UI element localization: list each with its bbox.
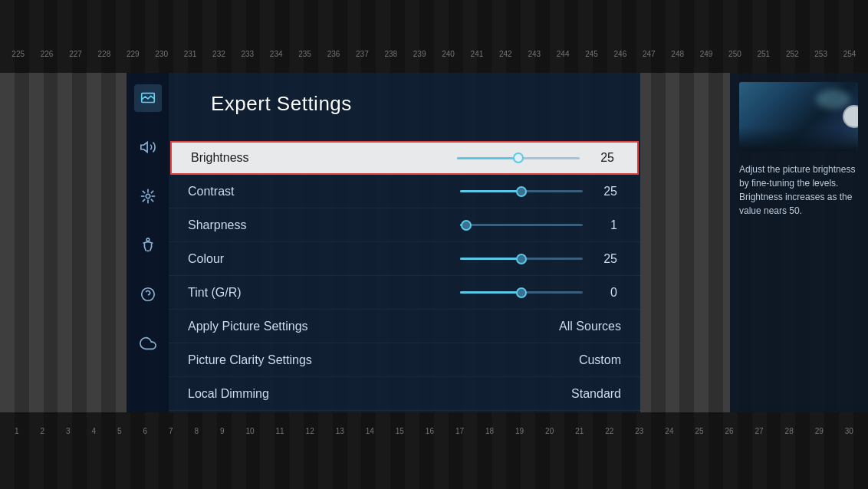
svg-point-12: [141, 288, 154, 301]
svg-marker-1: [140, 143, 146, 153]
black-bar-top: [0, 0, 868, 73]
setting-row[interactable]: Tint (G/R)0: [169, 276, 640, 310]
sidebar-icon-accessibility[interactable]: [134, 231, 162, 259]
ruler-top-num: 225: [12, 50, 25, 58]
ruler-top-num: 245: [585, 50, 598, 58]
ruler-bottom-num: 16: [426, 427, 434, 435]
ruler-bottom-num: 5: [117, 427, 122, 435]
setting-row[interactable]: Apply Picture SettingsAll Sources: [169, 310, 640, 343]
ruler-bottom-num: 27: [755, 427, 764, 435]
setting-label: Colour: [188, 252, 311, 266]
ruler-top-num: 241: [471, 50, 484, 58]
menu-panel: Expert Settings Brightness25Contrast25Sh…: [169, 73, 640, 412]
ruler-top-num: 250: [728, 50, 741, 58]
slider-area: 25: [314, 151, 618, 165]
slider-track[interactable]: [460, 224, 583, 226]
slider-track[interactable]: [460, 190, 583, 192]
setting-row[interactable]: Sharpness1: [169, 208, 640, 242]
slider-filled: [460, 258, 521, 260]
setting-value-text: Standard: [571, 387, 621, 401]
slider-track[interactable]: [460, 291, 583, 294]
slider-area: 25: [311, 252, 621, 266]
ruler-bottom-num: 18: [485, 427, 494, 435]
setting-value-text: Custom: [579, 353, 621, 367]
ruler-top-num: 226: [41, 50, 54, 58]
setting-value: 1: [594, 218, 617, 232]
setting-value: 25: [591, 151, 614, 165]
settings-list: Brightness25Contrast25Sharpness1Colour25…: [169, 141, 640, 411]
ruler-top-num: 234: [270, 50, 283, 58]
ruler-top-num: 252: [786, 50, 799, 58]
ruler-bottom-num: 3: [66, 427, 71, 435]
slider-thumb[interactable]: [516, 287, 527, 298]
slider-area: 25: [311, 185, 621, 199]
setting-row[interactable]: Brightness25: [170, 141, 639, 175]
ruler-bottom-num: 24: [665, 427, 673, 435]
setting-row[interactable]: Picture Clarity SettingsCustom: [169, 343, 640, 377]
menu-title: Expert Settings: [188, 92, 621, 127]
slider-filled: [460, 190, 521, 192]
ruler-bottom-num: 10: [245, 427, 254, 435]
ruler-top-num: 251: [758, 50, 771, 58]
ruler-top-num: 236: [327, 50, 340, 58]
sidebar-icon-network[interactable]: [134, 182, 162, 210]
ruler-top-num: 244: [557, 50, 570, 58]
setting-row[interactable]: Colour25: [169, 242, 640, 276]
ruler-top-num: 243: [528, 50, 541, 58]
ruler-bottom-num: 14: [366, 427, 374, 435]
ruler-bottom-num: 15: [396, 427, 404, 435]
slider-track[interactable]: [457, 157, 580, 159]
sidebar-icon-support[interactable]: [134, 281, 162, 308]
setting-label: Contrast: [188, 185, 311, 199]
ruler-top-num: 237: [356, 50, 369, 58]
ruler-bottom-num: 19: [515, 427, 524, 435]
ruler-top: 2252262272282292302312322332342352362372…: [0, 50, 868, 58]
svg-line-9: [150, 191, 153, 193]
ruler-top-num: 227: [69, 50, 82, 58]
ruler-bottom-num: 20: [545, 427, 554, 435]
ruler-top-num: 253: [814, 50, 827, 58]
setting-value: 25: [594, 185, 617, 199]
svg-line-10: [142, 199, 144, 202]
sidebar-icon-sound[interactable]: [134, 133, 162, 161]
setting-value: 25: [594, 252, 617, 266]
ruler-top-num: 233: [241, 50, 254, 58]
circle-indicator: [843, 105, 858, 128]
ruler-bottom: 1234567891011121314151617181920212223242…: [0, 427, 868, 435]
ruler-top-num: 242: [499, 50, 512, 58]
ruler-top-num: 249: [700, 50, 713, 58]
black-bar-bottom: [0, 412, 868, 489]
slider-thumb[interactable]: [516, 254, 527, 264]
ruler-bottom-num: 17: [455, 427, 464, 435]
setting-row[interactable]: Local DimmingStandard: [169, 377, 640, 411]
ruler-bottom-num: 28: [785, 427, 794, 435]
setting-row[interactable]: Contrast25: [169, 175, 640, 208]
slider-thumb[interactable]: [461, 220, 472, 231]
slider-thumb[interactable]: [516, 186, 527, 197]
sidebar-icon-picture[interactable]: [134, 84, 162, 112]
ruler-bottom-num: 13: [336, 427, 344, 435]
ruler-top-num: 238: [384, 50, 397, 58]
ruler-top-num: 235: [298, 50, 311, 58]
slider-thumb[interactable]: [513, 153, 524, 163]
ruler-top-num: 246: [614, 50, 627, 58]
ruler-bottom-num: 4: [91, 427, 96, 435]
ruler-bottom-num: 11: [276, 427, 284, 435]
sidebar: [127, 73, 169, 412]
right-panel: Adjust the picture brightness by fine-tu…: [730, 73, 868, 412]
ruler-bottom-num: 6: [143, 427, 147, 435]
ruler-bottom-num: 9: [220, 427, 225, 435]
setting-value: 0: [594, 286, 617, 300]
sidebar-icon-cloud[interactable]: [134, 330, 162, 357]
ruler-bottom-num: 7: [169, 427, 173, 435]
ruler-top-num: 232: [212, 50, 225, 58]
ruler-bottom-num: 26: [725, 427, 733, 435]
slider-track[interactable]: [460, 258, 583, 260]
ruler-top-num: 247: [643, 50, 656, 58]
ruler-bottom-num: 12: [306, 427, 314, 435]
ruler-bottom-num: 23: [635, 427, 643, 435]
slider-filled: [457, 157, 518, 159]
tv-preview: [739, 82, 858, 151]
svg-point-11: [146, 238, 150, 241]
ruler-top-num: 231: [184, 50, 197, 58]
